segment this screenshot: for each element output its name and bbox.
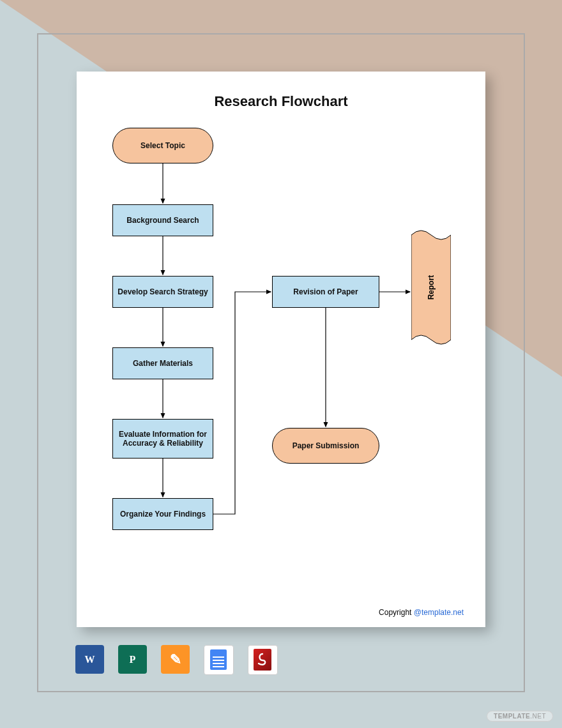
stage: Research Flowchart Select Topic Backgrou…: [0, 0, 562, 728]
word-icon[interactable]: W: [75, 645, 104, 674]
watermark-badge: TEMPLATE.NET: [487, 711, 553, 722]
google-docs-icon[interactable]: [204, 645, 234, 675]
node-evaluate-info: Evaluate Information for Accuracy & Reli…: [112, 419, 213, 459]
copyright-link[interactable]: @template.net: [414, 608, 464, 617]
copyright-line: Copyright @template.net: [379, 608, 464, 617]
node-gather-materials: Gather Materials: [112, 347, 213, 379]
watermark-tld: .NET: [530, 713, 546, 720]
page-title: Research Flowchart: [77, 72, 485, 110]
node-organize-findings: Organize Your Findings: [112, 498, 213, 530]
document-page: Research Flowchart Select Topic Backgrou…: [77, 72, 485, 627]
pdf-icon[interactable]: [248, 645, 278, 675]
publisher-icon[interactable]: P: [118, 645, 147, 674]
node-report: Report: [411, 230, 451, 345]
node-select-topic: Select Topic: [112, 128, 213, 163]
node-revision-paper: Revision of Paper: [272, 276, 379, 308]
node-develop-strategy: Develop Search Strategy: [112, 276, 213, 308]
node-report-label: Report: [427, 275, 436, 300]
node-paper-submission: Paper Submission: [272, 428, 379, 464]
node-background-search: Background Search: [112, 204, 213, 236]
format-icons-row: W P ✎: [75, 645, 278, 675]
pages-icon[interactable]: ✎: [161, 645, 190, 674]
watermark-brand: TEMPLATE: [494, 713, 530, 720]
copyright-prefix: Copyright: [379, 608, 414, 617]
flowchart-canvas: Select Topic Background Search Develop S…: [95, 128, 467, 613]
